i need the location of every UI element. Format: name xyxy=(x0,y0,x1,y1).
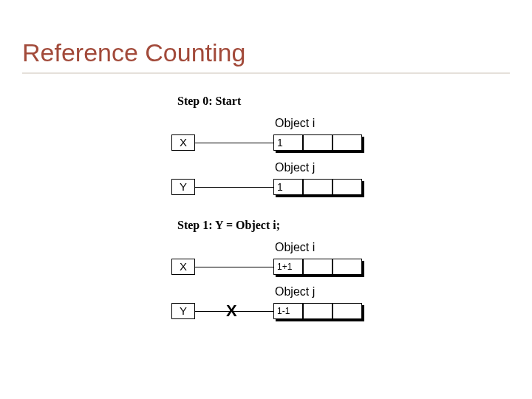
step1-obj-i-cell2 xyxy=(303,259,332,275)
step1-obj-j-cell3 xyxy=(332,303,362,319)
step0-obj-i-count: 1 xyxy=(273,134,303,151)
broken-link-x-icon: X xyxy=(226,301,237,321)
step1-obj-i-cell3 xyxy=(332,259,362,275)
step1-obj-j-count: 1-1 xyxy=(273,303,303,319)
step1-label: Step 1: Y = Object i; xyxy=(177,219,280,232)
step1-obj-i-cells: 1+1 xyxy=(273,259,362,275)
step1-var-x: X xyxy=(171,259,195,275)
step0-obj-j-cell3 xyxy=(332,179,362,195)
step0-obj-i-cells: 1 xyxy=(273,134,362,151)
step1-obj-j-label: Object j xyxy=(275,285,315,299)
step0-obj-j-label: Object j xyxy=(275,161,315,174)
title-underline xyxy=(22,72,510,74)
step1-obj-j-cell2 xyxy=(303,303,332,319)
step1-obj-j-cells: 1-1 xyxy=(273,303,362,319)
step0-obj-i-cell2 xyxy=(303,134,332,151)
step0-var-y: Y xyxy=(171,179,195,195)
step0-var-x: X xyxy=(171,134,195,151)
page-title: Reference Counting xyxy=(22,38,245,67)
step1-var-y: Y xyxy=(171,303,195,319)
step0-obj-j-cells: 1 xyxy=(273,179,362,195)
step1-link-x-i xyxy=(195,267,273,267)
step0-link-x-i xyxy=(195,143,273,143)
step0-obj-i-cell3 xyxy=(332,134,362,151)
step0-obj-i-label: Object i xyxy=(275,117,315,130)
step0-obj-j-cell2 xyxy=(303,179,332,195)
step1-obj-i-label: Object i xyxy=(275,241,315,254)
step0-obj-j-count: 1 xyxy=(273,179,303,195)
step0-label: Step 0: Start xyxy=(177,95,241,108)
step0-link-y-j xyxy=(195,187,273,188)
step1-obj-i-count: 1+1 xyxy=(273,259,303,275)
